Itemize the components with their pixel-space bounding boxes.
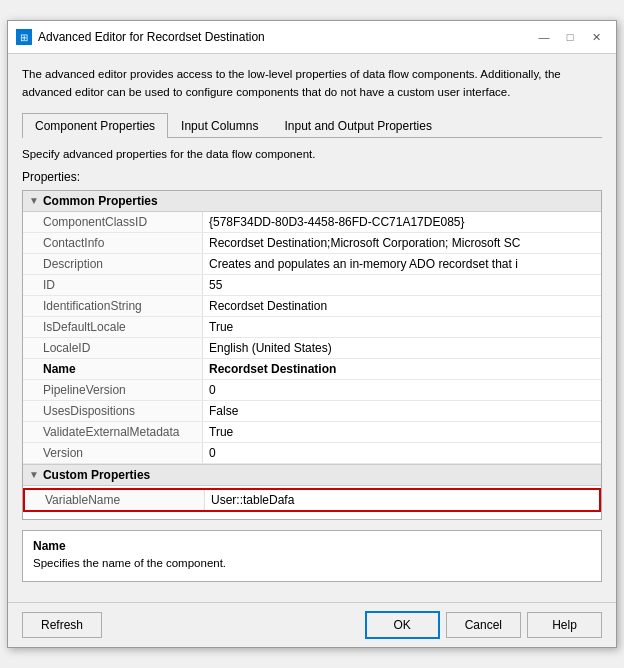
prop-name-validateexternalmetadata: ValidateExternalMetadata (23, 422, 203, 442)
window-icon: ⊞ (16, 29, 32, 45)
info-box-title: Name (33, 539, 591, 553)
title-bar: ⊞ Advanced Editor for Recordset Destinat… (8, 21, 616, 54)
prop-name-usesdispositions: UsesDispositions (23, 401, 203, 421)
prop-value-id: 55 (203, 275, 601, 295)
custom-properties-header: ▼ Custom Properties (23, 464, 601, 486)
prop-name-localeid: LocaleID (23, 338, 203, 358)
custom-section-title: Custom Properties (43, 468, 150, 482)
common-section-title: Common Properties (43, 194, 158, 208)
common-properties-header: ▼ Common Properties (23, 191, 601, 212)
prop-value-name: Recordset Destination (203, 359, 601, 379)
help-button[interactable]: Help (527, 612, 602, 638)
prop-name-componentclassid: ComponentClassID (23, 212, 203, 232)
footer: Refresh OK Cancel Help (8, 602, 616, 647)
prop-name-contactinfo: ContactInfo (23, 233, 203, 253)
prop-name-identificationstring: IdentificationString (23, 296, 203, 316)
custom-toggle-icon: ▼ (29, 469, 39, 480)
table-row: Description Creates and populates an in-… (23, 254, 601, 275)
table-row: ValidateExternalMetadata True (23, 422, 601, 443)
prop-value-pipelineversion: 0 (203, 380, 601, 400)
info-box: Name Specifies the name of the component… (22, 530, 602, 582)
table-row: Name Recordset Destination (23, 359, 601, 380)
tab-content-description: Specify advanced properties for the data… (22, 148, 602, 160)
tab-bar: Component Properties Input Columns Input… (22, 113, 602, 138)
title-bar-left: ⊞ Advanced Editor for Recordset Destinat… (16, 29, 265, 45)
table-row: Version 0 (23, 443, 601, 464)
refresh-button[interactable]: Refresh (22, 612, 102, 638)
tab-input-columns[interactable]: Input Columns (168, 113, 271, 138)
prop-value-identificationstring: Recordset Destination (203, 296, 601, 316)
table-row-highlighted: VariableName User::tableDafa (23, 488, 601, 512)
main-window: ⊞ Advanced Editor for Recordset Destinat… (7, 20, 617, 648)
properties-label: Properties: (22, 170, 602, 184)
tab-component-properties[interactable]: Component Properties (22, 113, 168, 138)
close-button[interactable]: ✕ (584, 27, 608, 47)
title-controls: — □ ✕ (532, 27, 608, 47)
prop-value-description: Creates and populates an in-memory ADO r… (203, 254, 601, 274)
prop-value-componentclassid: {578F34DD-80D3-4458-86FD-CC71A17DE085} (203, 212, 601, 232)
table-row: PipelineVersion 0 (23, 380, 601, 401)
prop-value-version: 0 (203, 443, 601, 463)
prop-name-isdefaultlocale: IsDefaultLocale (23, 317, 203, 337)
prop-name-name: Name (23, 359, 203, 379)
tab-input-output-properties[interactable]: Input and Output Properties (271, 113, 444, 138)
prop-name-description: Description (23, 254, 203, 274)
prop-value-isdefaultlocale: True (203, 317, 601, 337)
description-text: The advanced editor provides access to t… (22, 66, 602, 101)
table-row: IsDefaultLocale True (23, 317, 601, 338)
info-box-description: Specifies the name of the component. (33, 557, 591, 569)
table-row: LocaleID English (United States) (23, 338, 601, 359)
table-row: IdentificationString Recordset Destinati… (23, 296, 601, 317)
cancel-button[interactable]: Cancel (446, 612, 521, 638)
prop-name-id: ID (23, 275, 203, 295)
prop-name-pipelineversion: PipelineVersion (23, 380, 203, 400)
window-title: Advanced Editor for Recordset Destinatio… (38, 30, 265, 44)
prop-value-variablename: User::tableDafa (205, 490, 599, 510)
prop-value-usesdispositions: False (203, 401, 601, 421)
prop-name-variablename: VariableName (25, 490, 205, 510)
prop-value-localeid: English (United States) (203, 338, 601, 358)
minimize-button[interactable]: — (532, 27, 556, 47)
window-body: The advanced editor provides access to t… (8, 54, 616, 594)
prop-value-validateexternalmetadata: True (203, 422, 601, 442)
ok-button[interactable]: OK (365, 611, 440, 639)
table-row: ContactInfo Recordset Destination;Micros… (23, 233, 601, 254)
prop-value-contactinfo: Recordset Destination;Microsoft Corporat… (203, 233, 601, 253)
table-row: UsesDispositions False (23, 401, 601, 422)
prop-name-version: Version (23, 443, 203, 463)
footer-left: Refresh (22, 612, 102, 638)
maximize-button[interactable]: □ (558, 27, 582, 47)
table-row: ComponentClassID {578F34DD-80D3-4458-86F… (23, 212, 601, 233)
properties-table: ▼ Common Properties ComponentClassID {57… (22, 190, 602, 520)
common-toggle-icon: ▼ (29, 195, 39, 206)
table-row: ID 55 (23, 275, 601, 296)
